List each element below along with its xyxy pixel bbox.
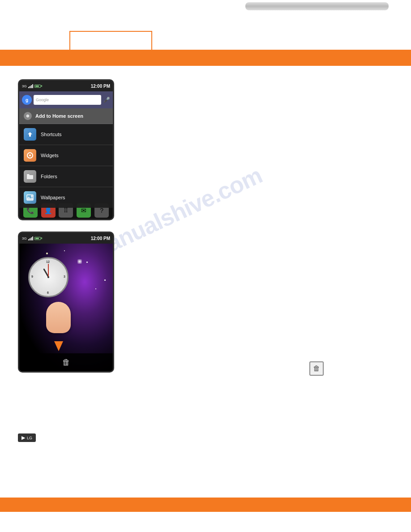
top-section [0, 0, 411, 51]
status-time-1: 12:00 PM [91, 84, 110, 89]
bar4 [32, 84, 33, 88]
wallpapers-label: Wallpapers [41, 195, 65, 200]
battery-fill-2 [35, 238, 39, 239]
trash-icon-standalone: 🗑 [309, 361, 324, 376]
orange-banner-top [0, 51, 411, 66]
bar4b [32, 236, 33, 240]
clock-minute-hand [48, 264, 49, 277]
phone-mockup-2: 3G 12:00 PM [18, 232, 114, 373]
battery-fill [35, 86, 39, 87]
folders-icon [24, 170, 36, 183]
status-icons-2: 3G [22, 236, 42, 240]
star-1 [64, 250, 65, 251]
network-label-2: 3G [22, 236, 27, 240]
top-phone-image [245, 2, 389, 10]
bar2 [30, 86, 30, 88]
star-4 [46, 253, 48, 254]
top-tab [69, 31, 152, 50]
delete-bar: 🗑 [19, 353, 113, 371]
galaxy-background: 12 3 6 9 🗑 [19, 244, 113, 371]
battery-2 [34, 237, 42, 240]
trash-icon-symbol: 🗑 [313, 365, 320, 373]
bar2b [30, 238, 30, 240]
network-label: 3G [22, 84, 27, 88]
clock-6: 6 [47, 291, 49, 294]
folders-label: Folders [41, 174, 57, 179]
star-5 [104, 279, 106, 281]
phone-mockup-1: 3G 12:00 PM g Google 🎤 [18, 79, 114, 220]
google-logo: g [22, 95, 32, 105]
bar1b [28, 239, 29, 240]
shortcuts-icon [24, 128, 36, 141]
bar3 [31, 85, 32, 88]
clock-3: 3 [64, 275, 65, 278]
logo-bottom: ▶ LG [18, 433, 36, 442]
menu-item-folders[interactable]: Folders [19, 166, 113, 187]
menu-item-widgets[interactable]: Widgets [19, 145, 113, 166]
clock-12: 12 [46, 260, 50, 263]
menu-item-wallpapers[interactable]: Wallpapers [19, 187, 113, 208]
logo-text: LG [27, 436, 32, 440]
bright-star [77, 259, 82, 264]
orange-banner-bottom [0, 498, 411, 512]
star-2 [86, 262, 88, 263]
clock-center [47, 276, 49, 278]
widgets-icon [24, 149, 36, 162]
battery-body [34, 85, 41, 88]
finger-shape [46, 302, 71, 333]
status-time-2: 12:00 PM [91, 236, 110, 241]
main-content: manualshive.com 3G 12:00 PM [0, 66, 411, 469]
menu-header-icon: ⊕ [24, 112, 32, 120]
battery-body-2 [34, 237, 41, 240]
svg-point-4 [31, 195, 33, 197]
status-icons: 3G [22, 84, 42, 88]
svg-point-1 [29, 154, 31, 156]
bar1 [28, 87, 29, 88]
status-bar-2: 3G 12:00 PM [19, 233, 113, 244]
signal-bars [28, 84, 33, 88]
battery-tip-2 [41, 237, 42, 239]
star-6 [95, 288, 96, 289]
bar3b [31, 237, 32, 240]
wallpapers-icon [24, 191, 36, 204]
delete-trash-icon: 🗑 [62, 358, 70, 367]
svg-rect-2 [27, 175, 33, 179]
battery-tip [41, 85, 42, 87]
battery [34, 85, 42, 88]
shortcuts-label: Shortcuts [41, 132, 61, 137]
signal-bars-2 [28, 236, 33, 240]
menu-header-label: Add to Home screen [35, 113, 83, 119]
search-bar: g Google 🎤 [19, 91, 113, 108]
clock-face: 12 3 6 9 [30, 259, 66, 295]
menu-item-shortcuts[interactable]: Shortcuts [19, 124, 113, 145]
drag-arrow [54, 341, 63, 351]
finger-drag-gesture [42, 302, 77, 347]
clock-widget: 12 3 6 9 [28, 257, 68, 297]
status-bar-1: 3G 12:00 PM [19, 81, 113, 91]
widgets-label: Widgets [41, 153, 59, 158]
logo-icon: ▶ [21, 435, 25, 441]
menu-overlay: ⊕ Add to Home screen Shortcuts Widgets [19, 108, 113, 208]
menu-header: ⊕ Add to Home screen [19, 108, 113, 124]
mic-icon: 🎤 [103, 96, 110, 103]
clock-9: 9 [31, 275, 33, 278]
search-input-fake[interactable]: Google [34, 95, 101, 105]
